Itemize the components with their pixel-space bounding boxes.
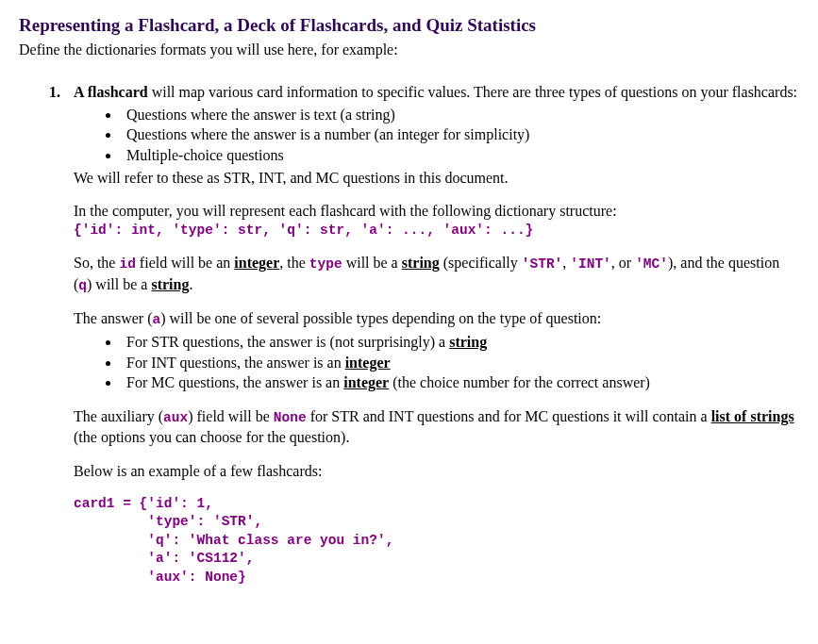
list-item: Questions where the answer is a number (… [121, 124, 799, 145]
example-intro: Below is an example of a few flashcards: [74, 461, 799, 482]
aux-paragraph: The auxiliary (aux) field will be None f… [74, 406, 799, 448]
list-item: Multiple-choice questions [121, 145, 799, 166]
list-item: Questions where the answer is text (a st… [121, 105, 799, 125]
list-item: For STR questions, the answer is (not su… [121, 332, 799, 353]
card1-code-example: card1 = {'id': 1, 'type': 'STR', 'q': 'W… [74, 495, 799, 587]
text: (the options you can choose for the ques… [74, 429, 349, 445]
text: For STR questions, the answer is (not su… [126, 334, 449, 350]
question-types-list: Questions where the answer is text (a st… [121, 105, 799, 166]
integer-word: integer [345, 355, 391, 371]
id-type-paragraph: So, the id field will be an integer, the… [74, 253, 799, 295]
text: So, the [74, 255, 119, 271]
type-field: type [309, 256, 342, 272]
list-of-strings: list of strings [711, 408, 794, 424]
list-item: For INT questions, the answer is an inte… [121, 353, 799, 373]
item-number: 1. [49, 82, 74, 586]
text: field will be an [136, 255, 234, 271]
answer-types-list: For STR questions, the answer is (not su… [121, 332, 799, 393]
text: The answer ( [74, 310, 153, 326]
str-literal: 'STR' [522, 256, 563, 272]
lead-rest: will map various card information to spe… [148, 84, 797, 100]
a-field: a [153, 312, 161, 327]
none-literal: None [274, 410, 307, 425]
lead-bold: A flashcard [74, 84, 148, 100]
text: For INT questions, the answer is an [126, 355, 345, 371]
text: ) field will be [188, 408, 274, 424]
after-bullets-text: We will refer to these as STR, INT, and … [74, 168, 799, 189]
text: will be a [342, 255, 402, 271]
text: For MC questions, the answer is an [126, 374, 343, 390]
text: , the [279, 255, 309, 271]
integer-word: integer [343, 374, 389, 390]
list-item-1: 1. A flashcard will map various card inf… [49, 82, 799, 586]
text: The auxiliary ( [74, 408, 163, 424]
mc-literal: 'MC' [635, 256, 668, 272]
text: ) will be a [87, 276, 151, 292]
string-word: string [449, 334, 487, 350]
string-word: string [402, 255, 440, 271]
item-body: A flashcard will map various card inform… [74, 82, 799, 586]
int-literal: 'INT' [570, 256, 611, 272]
dict-structure-code: {'id': int, 'type': str, 'q': str, 'a': … [74, 222, 799, 240]
text: ) will be one of several possible types … [160, 310, 601, 326]
text: , or [611, 255, 635, 271]
dict-intro-text: In the computer, you will represent each… [74, 201, 799, 222]
list-item: For MC questions, the answer is an integ… [121, 372, 799, 393]
aux-field: aux [163, 410, 188, 425]
text: for STR and INT questions and for MC que… [307, 408, 711, 424]
string-word-2: string [151, 276, 189, 292]
page-subtitle: Define the dictionaries formats you will… [19, 40, 799, 60]
text: . [189, 276, 192, 292]
text: (specifically [440, 255, 522, 271]
id-field: id [119, 256, 135, 272]
answer-paragraph: The answer (a) will be one of several po… [74, 308, 799, 330]
page-title: Representing a Flashcard, a Deck of Flas… [19, 13, 799, 38]
text: (the choice number for the correct answe… [389, 374, 650, 390]
integer-word: integer [234, 255, 279, 271]
q-field: q [78, 278, 87, 293]
lead-paragraph: A flashcard will map various card inform… [74, 82, 799, 103]
